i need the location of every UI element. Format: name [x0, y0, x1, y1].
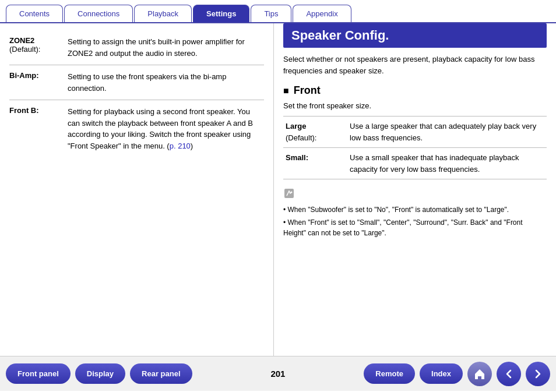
index-button[interactable]: Index: [420, 363, 463, 384]
svg-point-1: [291, 192, 293, 193]
tab-settings[interactable]: Settings: [193, 5, 249, 22]
section-intro: Select whether or not speakers are prese…: [283, 54, 547, 76]
config-large-label: Large (Default):: [283, 116, 347, 148]
subsection-title: Front: [283, 84, 547, 97]
term-frontb-label: Front B:: [9, 106, 62, 151]
tab-connections[interactable]: Connections: [64, 5, 133, 22]
front-panel-button[interactable]: Front panel: [6, 363, 71, 384]
notes-list: When "Subwoofer" is set to "No", "Front"…: [283, 204, 547, 238]
tab-contents[interactable]: Contents: [6, 5, 63, 22]
main-content: ZONE2 (Default): Setting to assign the u…: [0, 22, 556, 356]
term-frontb-desc: Setting for playback using a second fron…: [68, 106, 264, 151]
term-biamp: Bi-Amp: Setting to use the front speaker…: [9, 65, 264, 100]
term-zone2: ZONE2 (Default): Setting to assign the u…: [9, 30, 264, 65]
forward-arrow-icon: [533, 369, 543, 379]
tab-tips[interactable]: Tips: [251, 5, 291, 22]
back-button[interactable]: [497, 362, 521, 386]
forward-button[interactable]: [526, 362, 550, 386]
config-small-desc: Use a small speaker that has inadequate …: [347, 148, 547, 179]
tab-playback[interactable]: Playback: [134, 5, 192, 22]
home-icon: [473, 368, 486, 380]
term-frontb: Front B: Setting for playback using a se…: [9, 100, 264, 157]
note-icon: [283, 188, 295, 199]
rear-panel-button[interactable]: Rear panel: [130, 363, 192, 384]
bottom-nav: Front panel Display Rear panel 201 Remot…: [0, 356, 556, 391]
config-small-label: Small:: [283, 148, 347, 179]
term-biamp-label: Bi-Amp:: [9, 71, 62, 94]
tab-appendix[interactable]: Appendix: [293, 5, 351, 22]
remote-button[interactable]: Remote: [364, 363, 415, 384]
config-table: Large (Default): Use a large speaker tha…: [283, 116, 547, 179]
back-arrow-icon: [504, 369, 514, 379]
page-number: 201: [197, 369, 360, 379]
home-button[interactable]: [467, 362, 492, 386]
left-panel: ZONE2 (Default): Setting to assign the u…: [0, 23, 274, 356]
note-item-1: When "Subwoofer" is set to "No", "Front"…: [283, 204, 547, 215]
config-large-desc: Use a large speaker that can adequately …: [347, 116, 547, 148]
term-zone2-label: ZONE2 (Default):: [9, 36, 62, 59]
note-item-2: When "Front" is set to "Small", "Center"…: [283, 217, 547, 238]
nav-tabs: Contents Connections Playback Settings T…: [0, 0, 556, 22]
display-button[interactable]: Display: [75, 363, 125, 384]
right-panel: Speaker Config. Select whether or not sp…: [274, 23, 556, 356]
subsection-desc: Set the front speaker size.: [283, 101, 547, 110]
term-frontb-link[interactable]: p. 210: [170, 142, 191, 150]
section-title: Speaker Config.: [283, 23, 547, 48]
config-row-small: Small: Use a small speaker that has inad…: [283, 148, 547, 179]
term-biamp-desc: Setting to use the front speakers via th…: [68, 71, 264, 94]
term-zone2-desc: Setting to assign the unit's built-in po…: [68, 36, 264, 59]
config-row-large: Large (Default): Use a large speaker tha…: [283, 116, 547, 148]
